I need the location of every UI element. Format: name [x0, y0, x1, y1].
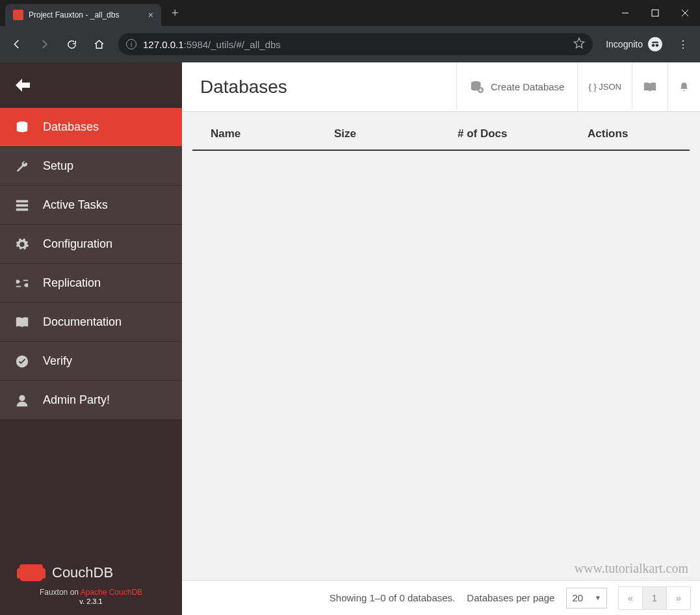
- table-body-empty: [182, 151, 700, 580]
- window-titlebar: Project Fauxton - _all_dbs × +: [0, 0, 700, 26]
- svg-point-5: [656, 44, 659, 47]
- database-plus-icon: [470, 80, 484, 94]
- browser-toolbar: i 127.0.0.1:5984/_utils/#/_all_dbs Incog…: [0, 26, 700, 62]
- per-page-label: Databases per page: [467, 592, 554, 603]
- json-button[interactable]: { } JSON: [577, 62, 632, 112]
- window-close-button[interactable]: [670, 0, 700, 26]
- page-prev-button[interactable]: «: [618, 586, 643, 610]
- sidebar-footer: Fauxton on Apache CouchDB v. 2.3.1: [0, 588, 182, 615]
- back-button[interactable]: [5, 33, 29, 56]
- close-tab-icon[interactable]: ×: [148, 10, 153, 20]
- sidebar-item-label: Setup: [43, 159, 73, 173]
- column-name: Name: [211, 127, 334, 140]
- sidebar-item-replication[interactable]: Replication: [0, 264, 182, 303]
- incognito-icon: [648, 37, 662, 51]
- showing-text: Showing 1–0 of 0 databases.: [330, 592, 455, 603]
- url-text: 127.0.0.1:5984/_utils/#/_all_dbs: [143, 39, 281, 50]
- couchdb-logo-icon: [19, 564, 43, 581]
- favicon-icon: [13, 10, 23, 20]
- sidebar-item-label: Configuration: [43, 237, 112, 251]
- footer-prefix: Fauxton on: [40, 588, 81, 597]
- window-maximize-button[interactable]: [640, 0, 670, 26]
- incognito-indicator[interactable]: Incognito: [606, 37, 662, 51]
- gear-icon: [14, 237, 30, 252]
- sidebar-item-label: Admin Party!: [43, 393, 110, 407]
- browser-tab[interactable]: Project Fauxton - _all_dbs ×: [5, 4, 161, 26]
- version-text: v. 2.3.1: [79, 597, 102, 605]
- database-icon: [14, 120, 30, 135]
- sidebar-item-admin-party[interactable]: Admin Party!: [0, 381, 182, 420]
- create-database-button[interactable]: Create Database: [456, 62, 577, 112]
- sidebar-item-configuration[interactable]: Configuration: [0, 225, 182, 264]
- watermark-text: www.tutorialkart.com: [575, 561, 688, 576]
- sidebar-item-label: Databases: [43, 120, 99, 134]
- create-database-label: Create Database: [491, 81, 564, 92]
- bookmark-icon[interactable]: [573, 37, 585, 51]
- per-page-value: 20: [572, 592, 583, 603]
- column-actions: Actions: [588, 127, 671, 140]
- svg-rect-8: [16, 204, 28, 207]
- sidebar-item-databases[interactable]: Databases: [0, 108, 182, 147]
- page-buttons: « 1 »: [619, 586, 691, 610]
- sidebar-collapse-button[interactable]: [0, 62, 182, 108]
- column-size: Size: [334, 127, 458, 140]
- sidebar-item-label: Replication: [43, 276, 101, 290]
- notifications-button[interactable]: [668, 62, 700, 112]
- forward-button[interactable]: [32, 33, 56, 56]
- site-info-icon[interactable]: i: [126, 39, 136, 49]
- svg-rect-7: [16, 200, 28, 202]
- page-header: Databases Create Database { } JSON: [182, 62, 700, 112]
- json-label: { } JSON: [588, 82, 621, 92]
- check-circle-icon: [14, 354, 30, 369]
- page-current[interactable]: 1: [642, 586, 667, 610]
- tab-title: Project Fauxton - _all_dbs: [29, 10, 143, 20]
- brand-text: CouchDB: [52, 564, 113, 581]
- sidebar-item-active-tasks[interactable]: Active Tasks: [0, 186, 182, 225]
- svg-rect-1: [652, 10, 658, 16]
- bell-icon: [679, 80, 690, 94]
- user-icon: [14, 393, 30, 408]
- pagination-bar: Showing 1–0 of 0 databases. Databases pe…: [182, 580, 700, 615]
- sidebar-item-documentation[interactable]: Documentation: [0, 303, 182, 342]
- table-header-row: Name Size # of Docs Actions: [192, 112, 690, 151]
- svg-rect-9: [16, 208, 28, 211]
- address-bar[interactable]: i 127.0.0.1:5984/_utils/#/_all_dbs: [118, 33, 593, 55]
- sidebar-brand: CouchDB: [0, 551, 182, 588]
- footer-link[interactable]: Apache CouchDB: [81, 588, 142, 597]
- home-button[interactable]: [87, 33, 110, 56]
- column-docs: # of Docs: [458, 127, 588, 140]
- browser-menu-button[interactable]: ⋮: [671, 38, 695, 51]
- sidebar-item-label: Active Tasks: [43, 198, 108, 212]
- new-tab-button[interactable]: +: [172, 7, 179, 20]
- tasks-icon: [14, 198, 30, 213]
- reload-button[interactable]: [60, 33, 83, 56]
- open-book-icon: [643, 81, 657, 94]
- sidebar-item-verify[interactable]: Verify: [0, 342, 182, 381]
- per-page-select[interactable]: 20 ▼: [566, 588, 607, 608]
- sidebar-item-setup[interactable]: Setup: [0, 147, 182, 186]
- chevron-down-icon: ▼: [595, 594, 601, 601]
- sidebar: Databases Setup Active Tasks Configurati…: [0, 62, 182, 615]
- svg-point-11: [19, 395, 25, 400]
- incognito-label: Incognito: [606, 39, 643, 49]
- replication-icon: [14, 276, 30, 291]
- page-next-button[interactable]: »: [666, 586, 691, 610]
- main-content: Databases Create Database { } JSON Name …: [182, 62, 700, 615]
- page-title: Databases: [182, 77, 456, 98]
- sidebar-item-label: Verify: [43, 354, 72, 368]
- window-minimize-button[interactable]: [610, 0, 640, 26]
- docs-button[interactable]: [632, 62, 668, 112]
- book-icon: [14, 315, 30, 330]
- svg-point-4: [652, 44, 655, 47]
- sidebar-item-label: Documentation: [43, 315, 122, 329]
- wrench-icon: [14, 159, 30, 174]
